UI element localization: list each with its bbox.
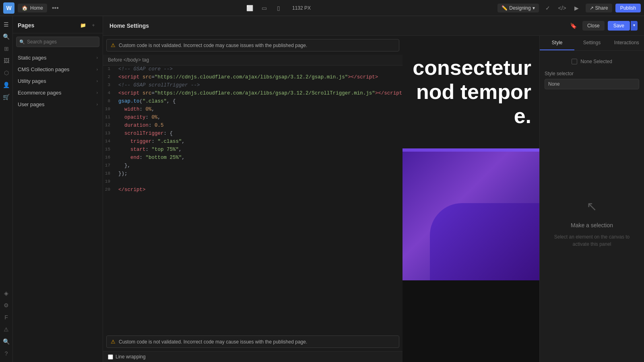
right-panel-tabs: Style Settings Interactions — [540, 36, 644, 51]
close-button[interactable]: Close — [582, 21, 605, 31]
integrations-icon[interactable]: ⚙ — [1, 300, 12, 311]
search-pages-input[interactable] — [16, 37, 99, 47]
pages-panel: Pages 📁 + 🔍 Static pages › CMS Collectio… — [13, 16, 103, 362]
user-pages-item[interactable]: User pages › — [13, 99, 103, 110]
static-pages-item[interactable]: Static pages › — [13, 52, 103, 64]
code-line-17: 17 }, — [103, 162, 402, 170]
code-line-15: 15 start: "top 75%", — [103, 146, 402, 154]
cursor-icon: ↖ — [586, 199, 597, 214]
ecommerce-icon[interactable]: 🛒 — [1, 92, 12, 102]
line-num-10: 10 — [103, 106, 115, 111]
line-wrap-checkbox[interactable] — [108, 354, 113, 360]
logic-icon[interactable]: ◈ — [1, 288, 12, 298]
static-pages-label: Static pages — [18, 55, 47, 61]
publish-button[interactable]: Publish — [615, 4, 641, 12]
center-wrapper: Home Settings 🔖 Close Save ▾ ⚠ Custom co… — [103, 16, 644, 362]
cms-pages-item[interactable]: CMS Collection pages › — [13, 64, 103, 75]
left-icon-bar: ☰ 🔍 ⊞ 🖼 ⬡ 👤 🛒 ◈ ⚙ F ⚠ 🔍 ? — [0, 16, 13, 362]
px-display: 1132 PX — [289, 5, 314, 11]
cms-pages-arrow-icon: › — [97, 67, 98, 72]
settings-header: Home Settings 🔖 Close Save ▾ — [103, 16, 644, 36]
line-num-18: 18 — [103, 170, 115, 176]
code-editor[interactable]: 1 <!-- GSAP core --> 2 <script src="http… — [103, 66, 402, 332]
user-pages-arrow-icon: › — [97, 102, 98, 107]
line-wrap-text: Line wrapping — [116, 354, 146, 360]
save-dropdown-arrow[interactable]: ▾ — [631, 21, 638, 31]
style-selector-label: Style selector — [545, 71, 574, 76]
line-content-12: duration: 0.5 — [115, 122, 402, 129]
bottom-warning-icon: ⚠ — [111, 339, 116, 345]
utility-pages-arrow-icon: › — [97, 79, 98, 83]
pages-icon[interactable]: ☰ — [1, 19, 12, 30]
code-line-4: 4 <script src="https://cdnjs.cloudflare.… — [103, 90, 402, 98]
tab-style[interactable]: Style — [540, 36, 574, 50]
static-pages-arrow-icon: › — [97, 56, 98, 60]
utility-pages-label: Utility pages — [18, 78, 46, 84]
home-tab[interactable]: 🏠 Home — [18, 4, 47, 12]
warning-triangle-icon: ⚠ — [111, 42, 116, 48]
canvas-text-line2: nod tempor — [416, 80, 531, 103]
ecommerce-pages-item[interactable]: Ecommerce pages › — [13, 87, 103, 99]
search-icon[interactable]: 🔍 — [1, 31, 12, 42]
line-content-8: gsap.to(".class", { — [115, 98, 402, 105]
code-line-19-empty: 19 — [103, 178, 402, 186]
chevron-down-icon: ▾ — [533, 5, 535, 11]
components-icon[interactable]: ⊞ — [1, 43, 12, 54]
canvas-text-line1: consectetur — [413, 56, 531, 79]
top-warning-bar: ⚠ Custom code is not validated. Incorrec… — [106, 39, 399, 51]
share-icon: ↗ — [590, 5, 594, 11]
top-warning-text: Custom code is not validated. Incorrect … — [119, 43, 307, 48]
line-content-2: <script src="https://cdnjs.cloudflare.co… — [115, 74, 402, 81]
line-content-16: end: "bottom 25%", — [115, 154, 402, 161]
code-line-16: 16 end: "bottom 25%", — [103, 154, 402, 162]
utility-pages-item[interactable]: Utility pages › — [13, 75, 103, 87]
pages-sections: Static pages › CMS Collection pages › Ut… — [13, 50, 103, 112]
desktop-view-icon[interactable]: ⬜ — [244, 3, 255, 13]
magnify-icon[interactable]: 🔍 — [1, 336, 12, 347]
user-pages-label: User pages — [18, 101, 44, 107]
code-line-14: 14 trigger: ".class", — [103, 138, 402, 146]
save-button-group: Save ▾ — [608, 21, 638, 31]
line-content-20: </script> — [115, 186, 402, 193]
folder-icon[interactable]: 📁 — [78, 21, 87, 30]
home-tab-label: Home — [30, 5, 43, 11]
tab-interactions[interactable]: Interactions — [609, 36, 644, 50]
warning-icon[interactable]: ⚠ — [1, 324, 12, 335]
mobile-view-icon[interactable]: ▯ — [273, 3, 284, 13]
checkmark-icon-btn[interactable]: ✓ — [542, 2, 553, 14]
line-num-19-empty: 19 — [103, 178, 115, 184]
make-selection-desc: Select an element on the canvas to activ… — [553, 233, 631, 248]
none-selected-row: None Selected — [572, 56, 612, 68]
code-line-8: 8 gsap.to(".class", { — [103, 98, 402, 106]
topbar-center: ⬜ ▭ ▯ 1132 PX — [64, 3, 494, 13]
line-wrap-label[interactable]: Line wrapping — [108, 354, 146, 360]
search-magnify-icon: 🔍 — [19, 39, 25, 45]
tablet-view-icon[interactable]: ▭ — [258, 3, 270, 13]
settings-actions: 🔖 Close Save ▾ — [568, 20, 638, 31]
share-button[interactable]: ↗ Share — [586, 4, 612, 12]
line-num-16: 16 — [103, 154, 115, 160]
add-page-icon[interactable]: + — [89, 21, 98, 30]
assets-icon[interactable]: 🖼 — [1, 56, 12, 66]
none-selected-checkbox[interactable] — [572, 59, 577, 64]
line-num-14: 14 — [103, 138, 115, 144]
code-line-18: 18 }); — [103, 170, 402, 178]
code-footer: Line wrapping — [103, 351, 402, 362]
designing-label: Designing — [509, 5, 530, 11]
code-line-10: 10 width: 0%, — [103, 106, 402, 114]
style-selector-dropdown[interactable]: None — [545, 79, 639, 89]
line-content-13: scrollTrigger: { — [115, 130, 402, 137]
canvas-text-line3: e. — [514, 104, 531, 128]
play-icon-btn[interactable]: ▶ — [571, 2, 582, 14]
pencil-icon: ✏️ — [502, 5, 508, 11]
fonts-icon[interactable]: F — [1, 312, 12, 323]
save-button[interactable]: Save — [608, 21, 630, 31]
tab-dots[interactable]: ••• — [50, 4, 60, 12]
tab-settings[interactable]: Settings — [574, 36, 609, 50]
code-icon-btn[interactable]: </> — [557, 2, 568, 14]
question-icon[interactable]: ? — [1, 348, 12, 359]
cms-icon[interactable]: ⬡ — [1, 68, 12, 78]
users-icon[interactable]: 👤 — [1, 80, 12, 90]
bookmark-icon-btn[interactable]: 🔖 — [568, 20, 579, 31]
designing-mode-btn[interactable]: ✏️ Designing ▾ — [497, 4, 539, 12]
